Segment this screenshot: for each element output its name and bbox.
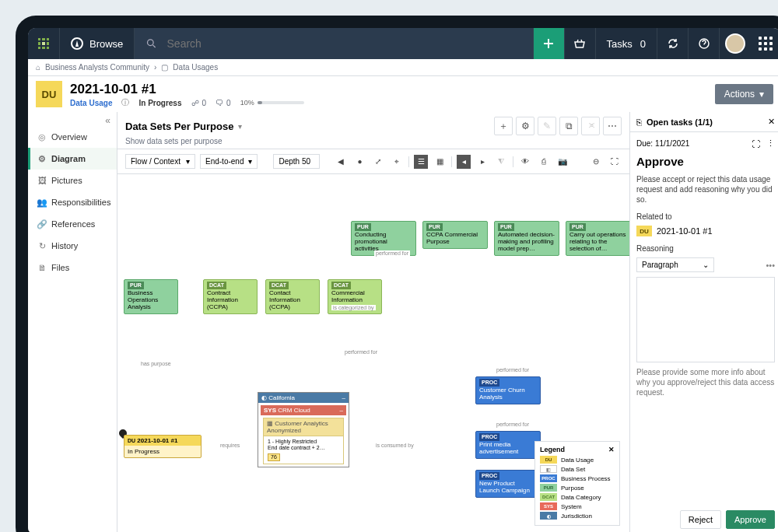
task-panel: ⎘ Open tasks (1/1) ✕ Due: 11/1/2021 ⛶ ⋮ … [629,112,778,532]
reasoning-textarea[interactable] [636,277,775,362]
tool-fit-icon[interactable]: ⤢ [371,155,385,169]
apps-menu[interactable] [750,37,778,51]
related-value: 2021-10-01 #1 [657,226,713,236]
app-logo[interactable] [28,28,59,59]
settings-icon[interactable]: ⚙ [516,117,534,135]
node-jurisdiction[interactable]: ◐ California– SYS CRM Cloud– ▦ Customer … [258,392,349,467]
task-panel-title: Open tasks (1/1) [647,117,713,127]
sidebar-item-overview[interactable]: ◎Overview [28,126,117,148]
reasoning-hint: Please provide some more info about why … [636,367,775,397]
home-icon[interactable]: ⌂ [36,63,40,72]
user-avatar[interactable] [719,28,750,59]
tool-export-icon[interactable]: ⎙ [537,155,551,169]
tool-eye-icon[interactable]: 👁 [518,155,532,169]
progress-indicator: 10% [240,99,304,107]
svg-rect-5 [38,47,40,49]
node-process[interactable]: PROCNew Product Launch Campaign [475,470,541,498]
format-more-icon[interactable]: ••• [766,261,775,270]
direction-select[interactable]: End-to-end▾ [200,154,258,169]
node-purpose[interactable]: PURCarry out operations relating to the … [566,221,629,256]
browse-menu[interactable]: Browse [59,28,135,59]
share-icon[interactable]: ⪤ [581,117,600,135]
expand-icon[interactable]: ⛶ [752,139,760,149]
node-process[interactable]: PROCPrint media advertisement [475,431,541,459]
basket-icon[interactable] [564,28,595,59]
tool-grid-icon[interactable]: ▦ [433,155,447,169]
files-icon: 🗎 [38,264,46,271]
sidebar-item-history[interactable]: ↻History [28,235,117,257]
svg-rect-4 [47,42,49,45]
help-icon[interactable] [688,28,719,59]
search-input[interactable] [166,37,522,51]
tasks-icon: ⎘ [636,117,642,127]
add-diagram-icon[interactable]: ＋ [494,117,513,135]
info-icon[interactable]: ⓘ [121,99,129,107]
tasks-label: Tasks [607,38,633,50]
add-button[interactable] [533,28,564,59]
comment-count[interactable]: ☍ 0 [191,99,207,107]
tool-record-icon[interactable]: ● [352,155,366,169]
sidebar-item-references[interactable]: 🔗References [28,213,117,235]
asset-type-link[interactable]: Data Usage [70,99,112,107]
related-badge: DU [636,226,652,236]
zoom-out-icon[interactable]: ⊖ [589,155,603,169]
tool-filter-icon[interactable]: ⧨ [494,155,508,169]
zoom-fit-icon[interactable]: ⛶ [608,155,622,169]
diagram-canvas[interactable]: PURConducting promotional activities PUR… [117,174,629,532]
tool-camera-icon[interactable]: 📷 [555,155,569,169]
flow-select[interactable]: Flow / Context▾ [125,154,195,169]
pictures-icon: 🖼 [38,177,46,184]
tool-back-icon[interactable]: ◀ [334,155,348,169]
sidebar-item-pictures[interactable]: 🖼Pictures [28,170,117,191]
reject-button[interactable]: Reject [680,510,721,529]
top-nav: Browse Tasks 0 [28,28,778,59]
depth-select[interactable]: Depth 50 [273,154,320,169]
task-more-icon[interactable]: ⋮ [766,138,775,149]
collapse-sidebar-icon[interactable]: « [28,115,117,126]
crumb-1[interactable]: Data Usages [173,63,218,72]
sidebar-item-diagram[interactable]: ⚙Diagram [28,148,117,170]
svg-line-10 [153,45,156,47]
node-data-category[interactable]: DCATContact Information (CCPA) [265,279,320,314]
actions-button[interactable]: Actions ▾ [715,84,773,104]
related-asset[interactable]: DU 2021-10-01 #1 [636,226,775,236]
reasoning-label: Reasoning [636,244,775,253]
node-data-category[interactable]: DCATContract Information (CCPA) [203,279,258,314]
tasks-nav[interactable]: Tasks 0 [595,28,657,59]
node-purpose[interactable]: PURAutomated decision-making and profili… [494,221,559,256]
people-icon: 👥 [38,198,46,206]
diagram-icon: ⚙ [38,155,46,163]
edit-icon[interactable]: ✎ [538,117,556,135]
edge-label: performed for [495,367,531,373]
compass-icon [71,37,83,50]
diagram-toolbar: Flow / Context▾ End-to-end▾ Depth 50 ◀ ●… [117,149,629,174]
chat-count[interactable]: 🗨 0 [216,99,231,107]
svg-rect-7 [47,47,49,49]
edge-label: performed for [343,349,379,355]
task-prompt: Please accept or reject this data usage … [636,174,775,205]
more-icon[interactable]: ⋯ [603,117,622,135]
global-search[interactable] [135,28,532,59]
edge-label: performed for [374,250,410,256]
asset-header: DU 2021-10-01 #1 Data Usage ⓘ In Progres… [28,76,778,112]
refresh-icon[interactable] [657,28,688,59]
node-process[interactable]: PROCCustomer Churn Analysis [475,376,541,404]
history-icon: ↻ [38,242,46,250]
tool-center-icon[interactable]: ⌖ [390,155,404,169]
svg-rect-0 [38,38,40,40]
node-purpose[interactable]: PURCCPA Commercial Purpose [422,221,488,249]
tool-next-icon[interactable]: ▸ [475,155,489,169]
diagram-title[interactable]: Data Sets Per Purpose [125,121,233,132]
sidebar-item-files[interactable]: 🗎Files [28,257,117,278]
task-close-icon[interactable]: ✕ [768,117,775,127]
crumb-0[interactable]: Business Analysts Community [45,63,149,72]
legend-close-icon[interactable]: ✕ [608,446,615,453]
tool-prev-icon[interactable]: ◂ [457,155,471,169]
node-data-usage[interactable]: DU 2021-10-01 #1 In Progress [124,435,202,458]
sidebar-item-responsibilities[interactable]: 👥Responsibilities [28,191,117,213]
format-select[interactable]: Paragraph⌄ [636,257,714,272]
tool-list-icon[interactable]: ☰ [414,155,428,169]
node-purpose[interactable]: PURBusiness Operations Analysis [124,279,178,314]
approve-button[interactable]: Approve [726,510,775,529]
copy-icon[interactable]: ⧉ [559,117,578,135]
